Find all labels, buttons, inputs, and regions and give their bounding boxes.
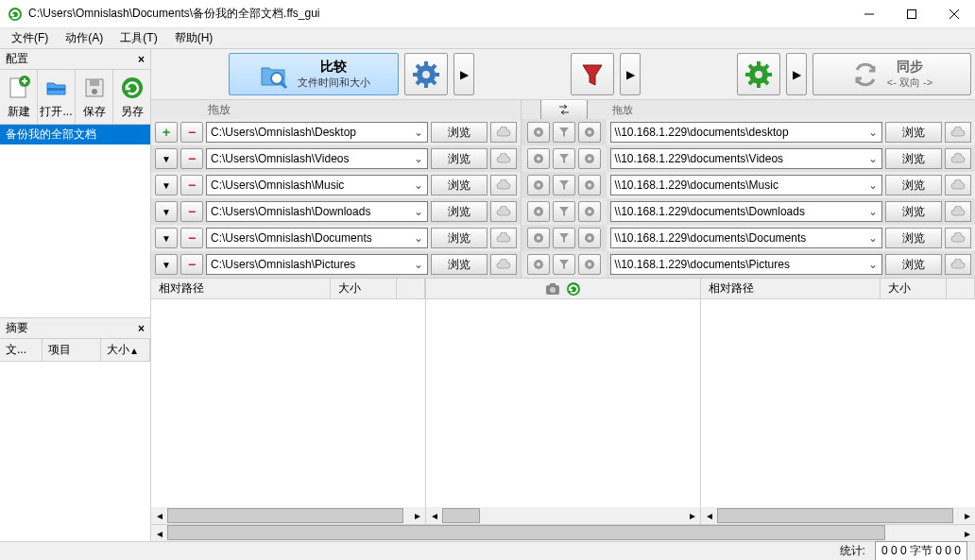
filter-button[interactable] (571, 53, 614, 95)
browse-button-right-4[interactable]: 浏览 (885, 228, 942, 248)
collapse-button[interactable]: ▼ (155, 254, 178, 275)
summary-col-size[interactable]: 大小▴ (101, 339, 150, 361)
chevron-down-icon[interactable]: ⌄ (414, 152, 423, 165)
scroll-left[interactable]: ◂▸ (151, 507, 425, 524)
chevron-down-icon[interactable]: ⌄ (868, 178, 878, 192)
pair-filter-3[interactable] (553, 201, 575, 222)
summary-col-file[interactable]: 文... (0, 339, 43, 361)
minimize-button[interactable] (847, 0, 890, 28)
compare-button[interactable]: 比较 文件时间和大小 (229, 53, 399, 95)
pair-sync-settings-5[interactable] (578, 254, 601, 275)
cloud-button-left-5[interactable] (490, 254, 517, 275)
pair-filter-4[interactable] (553, 228, 575, 248)
remove-pair-button[interactable]: − (180, 228, 203, 248)
path-input-right-1[interactable]: \\10.168.1.229\documents\Videos⌄ (610, 148, 883, 169)
menu-tools[interactable]: 工具(T) (112, 28, 164, 48)
chevron-down-icon[interactable]: ⌄ (414, 258, 423, 271)
pair-compare-settings-4[interactable] (527, 228, 550, 248)
swap-button[interactable] (540, 99, 588, 120)
chevron-down-icon[interactable]: ⌄ (868, 126, 878, 139)
browse-button-left-5[interactable]: 浏览 (431, 254, 488, 275)
collapse-button[interactable]: ▼ (155, 228, 178, 248)
path-input-left-0[interactable]: C:\Users\Omnislash\Desktop⌄ (206, 122, 428, 143)
col-size-right[interactable]: 大小 (881, 279, 947, 298)
refresh-mid-icon[interactable] (566, 281, 581, 297)
sync-dropdown-button[interactable]: ▶ (786, 53, 807, 95)
list-body-left[interactable] (151, 299, 425, 507)
pair-compare-settings-2[interactable] (527, 175, 550, 195)
pair-sync-settings-4[interactable] (578, 228, 601, 248)
browse-button-right-0[interactable]: 浏览 (885, 122, 942, 143)
cloud-button-right-3[interactable] (945, 201, 971, 222)
browse-button-left-1[interactable]: 浏览 (431, 148, 488, 169)
browse-button-right-5[interactable]: 浏览 (885, 254, 942, 275)
cloud-button-left-0[interactable] (490, 122, 517, 143)
browse-button-left-2[interactable]: 浏览 (431, 175, 488, 195)
remove-pair-button[interactable]: − (180, 148, 203, 169)
sync-settings-button[interactable] (737, 53, 780, 95)
saveas-button[interactable]: 另存 (113, 70, 150, 124)
col-size-left[interactable]: 大小 (331, 279, 397, 298)
add-pair-button[interactable]: + (155, 122, 178, 143)
path-input-left-3[interactable]: C:\Users\Omnislash\Downloads⌄ (206, 201, 428, 222)
cloud-button-left-4[interactable] (490, 228, 517, 248)
path-input-right-4[interactable]: \\10.168.1.229\documents\Documents⌄ (610, 228, 883, 248)
pair-sync-settings-2[interactable] (578, 175, 601, 195)
scroll-mid[interactable]: ◂▸ (426, 507, 700, 524)
summary-close-icon[interactable]: × (138, 322, 145, 335)
path-input-left-5[interactable]: C:\Users\Omnislash\Pictures⌄ (206, 254, 428, 275)
cloud-button-right-2[interactable] (945, 175, 971, 195)
cloud-button-left-2[interactable] (490, 175, 517, 195)
menu-action[interactable]: 动作(A) (58, 28, 111, 48)
cloud-button-right-0[interactable] (945, 122, 971, 143)
list-body-right[interactable] (701, 299, 975, 507)
chevron-down-icon[interactable]: ⌄ (414, 126, 423, 139)
col-path-left[interactable]: 相对路径 (151, 279, 331, 298)
col-extra-right[interactable] (947, 279, 975, 298)
chevron-down-icon[interactable]: ⌄ (868, 258, 878, 271)
chevron-down-icon[interactable]: ⌄ (414, 205, 423, 218)
cloud-button-right-5[interactable] (945, 254, 971, 275)
chevron-down-icon[interactable]: ⌄ (868, 205, 878, 218)
browse-button-right-1[interactable]: 浏览 (885, 148, 942, 169)
browse-button-right-3[interactable]: 浏览 (885, 201, 942, 222)
remove-pair-button[interactable]: − (180, 201, 203, 222)
menu-help[interactable]: 帮助(H) (167, 28, 221, 48)
pair-compare-settings-3[interactable] (527, 201, 550, 222)
pair-compare-settings-0[interactable] (527, 122, 550, 143)
pair-filter-2[interactable] (553, 175, 575, 195)
summary-col-item[interactable]: 项目 (43, 339, 101, 361)
cloud-button-right-4[interactable] (945, 228, 971, 248)
collapse-button[interactable]: ▼ (155, 175, 178, 195)
cloud-button-left-1[interactable] (490, 148, 517, 169)
path-input-left-1[interactable]: C:\Users\Omnislash\Videos⌄ (206, 148, 428, 169)
pair-sync-settings-3[interactable] (578, 201, 601, 222)
camera-icon[interactable] (545, 282, 560, 296)
pair-compare-settings-1[interactable] (527, 148, 550, 169)
path-input-right-0[interactable]: \\10.168.1.229\documents\desktop⌄ (610, 122, 883, 143)
path-input-right-3[interactable]: \\10.168.1.229\documents\Downloads⌄ (610, 201, 883, 222)
browse-button-left-0[interactable]: 浏览 (431, 122, 488, 143)
collapse-button[interactable]: ▼ (155, 201, 178, 222)
config-close-icon[interactable]: × (138, 53, 145, 66)
chevron-down-icon[interactable]: ⌄ (414, 178, 423, 192)
cloud-button-right-1[interactable] (945, 148, 971, 169)
chevron-down-icon[interactable]: ⌄ (868, 231, 878, 245)
compare-dropdown-button[interactable]: ▶ (453, 53, 474, 95)
sync-button[interactable]: 同步 <- 双向 -> (812, 53, 971, 95)
open-button[interactable]: 打开... (38, 70, 76, 124)
config-list[interactable]: 备份我的全部文档 (0, 125, 150, 317)
filter-dropdown-button[interactable]: ▶ (620, 53, 641, 95)
close-button[interactable] (932, 0, 975, 28)
config-item-0[interactable]: 备份我的全部文档 (0, 125, 150, 144)
path-input-right-5[interactable]: \\10.168.1.229\documents\Pictures⌄ (610, 254, 883, 275)
list-body-mid[interactable] (426, 299, 700, 507)
remove-pair-button[interactable]: − (180, 175, 203, 195)
col-path-right[interactable]: 相对路径 (701, 279, 881, 298)
pair-filter-0[interactable] (553, 122, 575, 143)
col-extra-left[interactable] (397, 279, 425, 298)
new-button[interactable]: 新建 (0, 70, 38, 124)
browse-button-right-2[interactable]: 浏览 (885, 175, 942, 195)
path-input-left-4[interactable]: C:\Users\Omnislash\Documents⌄ (206, 228, 428, 248)
browse-button-left-3[interactable]: 浏览 (431, 201, 488, 222)
